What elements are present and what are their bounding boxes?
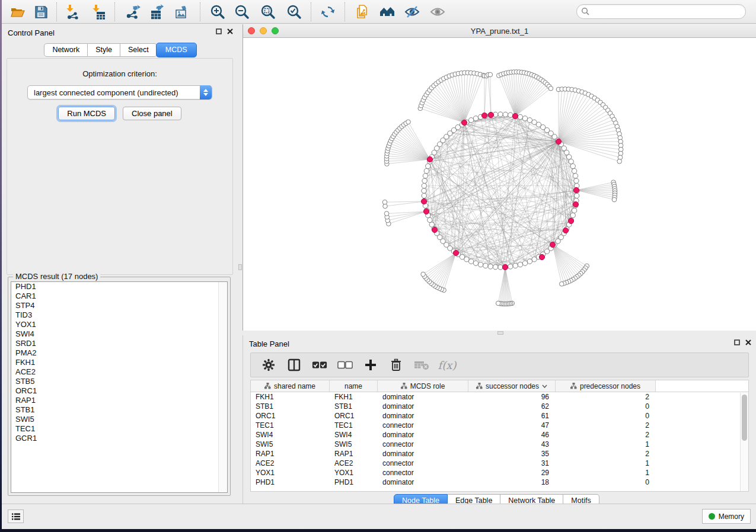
zoom-selected-icon[interactable] (285, 3, 304, 21)
close-panel-icon[interactable] (227, 28, 233, 34)
table-row[interactable]: TEC1TEC1connector472 (251, 421, 748, 430)
select-all-icon[interactable] (312, 357, 327, 373)
copy-network-icon[interactable] (353, 3, 372, 21)
table-cell-predecessor_nodes[interactable]: 0 (556, 477, 656, 487)
delete-column-trash-icon[interactable] (388, 357, 404, 373)
table-cell-mcds_role[interactable]: dominator (378, 477, 468, 487)
mcds-result-item[interactable]: YOX1 (11, 320, 227, 329)
mcds-result-item[interactable]: STB5 (11, 377, 227, 386)
table-cell-successor_nodes[interactable]: 43 (468, 440, 556, 449)
table-cell-successor_nodes[interactable]: 18 (468, 477, 556, 487)
table-cell-predecessor_nodes[interactable]: 1 (556, 468, 656, 477)
deselect-all-icon[interactable] (337, 357, 353, 373)
table-cell-name[interactable]: YOX1 (330, 468, 378, 477)
table-cell-shared_name[interactable]: PHD1 (251, 477, 330, 487)
table-cell-shared_name[interactable]: ACE2 (251, 459, 330, 468)
table-cell-name[interactable]: ACE2 (330, 459, 378, 468)
task-history-button[interactable] (8, 509, 24, 523)
table-row[interactable]: SWI4SWI4dominator462 (251, 430, 748, 440)
zoom-out-icon[interactable] (232, 3, 251, 21)
table-row[interactable]: RAP1RAP1dominator352 (251, 449, 748, 459)
table-cell-mcds_role[interactable]: connector (378, 468, 468, 477)
function-builder-icon[interactable]: f(x) (439, 357, 455, 373)
search-field[interactable] (576, 4, 746, 19)
mcds-result-item[interactable]: RAP1 (11, 396, 227, 405)
table-cell-predecessor_nodes[interactable]: 1 (556, 459, 656, 468)
close-panel-button[interactable]: Close panel (123, 107, 181, 120)
splitter-grip[interactable] (238, 264, 242, 270)
table-cell-shared_name[interactable]: YOX1 (251, 468, 330, 477)
mcds-result-item[interactable]: SWI4 (11, 329, 227, 339)
vertical-splitter[interactable] (238, 24, 243, 504)
table-cell-name[interactable]: SWI5 (330, 440, 378, 449)
table-row[interactable]: PHD1PHD1dominator180 (251, 477, 748, 487)
table-cell-successor_nodes[interactable]: 29 (468, 468, 556, 477)
minimize-window-icon[interactable] (260, 27, 267, 34)
column-header-successor-nodes[interactable]: successor nodes (468, 380, 556, 392)
table-cell-name[interactable]: STB1 (330, 402, 378, 411)
mcds-result-item[interactable]: ACE2 (11, 367, 227, 377)
tab-network[interactable]: Network (44, 43, 88, 57)
table-cell-successor_nodes[interactable]: 62 (468, 402, 556, 411)
delete-table-icon[interactable] (414, 357, 429, 373)
add-column-icon[interactable] (363, 357, 378, 373)
network-graph[interactable] (243, 38, 756, 331)
refresh-layout-icon[interactable] (318, 3, 337, 21)
table-cell-shared_name[interactable]: TEC1 (251, 421, 330, 430)
mcds-result-item[interactable]: STP4 (11, 301, 227, 310)
table-cell-mcds_role[interactable]: dominator (378, 449, 468, 459)
table-cell-successor_nodes[interactable]: 35 (468, 449, 556, 459)
table-cell-shared_name[interactable]: STB1 (251, 402, 330, 411)
table-cell-mcds_role[interactable]: dominator (378, 411, 468, 421)
table-cell-successor_nodes[interactable]: 31 (468, 459, 556, 468)
column-header-name[interactable]: name (330, 380, 378, 392)
mcds-result-item[interactable]: PHD1 (11, 282, 227, 291)
table-cell-predecessor_nodes[interactable]: 1 (556, 440, 656, 449)
import-network-icon[interactable] (63, 3, 82, 21)
network-canvas[interactable] (243, 38, 756, 331)
tab-style[interactable]: Style (88, 43, 120, 57)
mcds-result-item[interactable]: SWI5 (11, 415, 227, 424)
table-cell-predecessor_nodes[interactable]: 0 (556, 411, 656, 421)
table-cell-predecessor_nodes[interactable]: 2 (556, 449, 656, 459)
table-cell-name[interactable]: PHD1 (330, 477, 378, 487)
table-cell-shared_name[interactable]: RAP1 (251, 449, 330, 459)
float-panel-icon[interactable] (734, 339, 740, 345)
save-session-icon[interactable] (31, 3, 50, 21)
table-row[interactable]: YOX1YOX1connector291 (251, 468, 748, 477)
table-row[interactable]: SWI5SWI5connector431 (251, 440, 748, 449)
close-window-icon[interactable] (248, 27, 255, 34)
zoom-fit-icon[interactable] (259, 3, 277, 21)
table-cell-mcds_role[interactable]: connector (378, 421, 468, 430)
table-cell-mcds_role[interactable]: dominator (378, 430, 468, 440)
table-cell-name[interactable]: SWI4 (330, 430, 378, 440)
search-input[interactable] (590, 6, 745, 18)
horizontal-splitter[interactable] (243, 331, 756, 335)
table-cell-shared_name[interactable]: FKH1 (251, 392, 330, 402)
export-network-icon[interactable] (124, 3, 143, 21)
mcds-result-item[interactable]: TEC1 (11, 424, 227, 434)
network-view-titlebar[interactable]: YPA_prune.txt_1 (243, 24, 756, 38)
table-cell-successor_nodes[interactable]: 47 (468, 421, 556, 430)
table-cell-predecessor_nodes[interactable]: 0 (556, 402, 656, 411)
mcds-result-item[interactable]: PMA2 (11, 348, 227, 358)
mcds-result-scrollbar[interactable] (218, 282, 227, 492)
mcds-result-item[interactable]: FKH1 (11, 358, 227, 367)
tab-select[interactable]: Select (120, 43, 157, 57)
table-cell-predecessor_nodes[interactable]: 2 (556, 392, 656, 402)
export-table-icon[interactable] (148, 3, 167, 21)
memory-button[interactable]: Memory (702, 509, 751, 524)
run-mcds-button[interactable]: Run MCDS (58, 107, 115, 120)
table-cell-name[interactable]: TEC1 (330, 421, 378, 430)
table-cell-successor_nodes[interactable]: 46 (468, 430, 556, 440)
table-cell-successor_nodes[interactable]: 96 (468, 392, 556, 402)
table-settings-gear-icon[interactable] (261, 357, 276, 373)
table-row[interactable]: FKH1FKH1dominator962 (251, 392, 748, 402)
table-cell-shared_name[interactable]: SWI4 (251, 430, 330, 440)
column-header-predecessor-nodes[interactable]: predecessor nodes (556, 380, 656, 392)
table-row[interactable]: ACE2ACE2connector311 (251, 459, 748, 468)
table-cell-name[interactable]: RAP1 (330, 449, 378, 459)
zoom-in-icon[interactable] (208, 3, 227, 21)
table-cell-mcds_role[interactable]: connector (378, 459, 468, 468)
table-cell-name[interactable]: ORC1 (330, 411, 378, 421)
